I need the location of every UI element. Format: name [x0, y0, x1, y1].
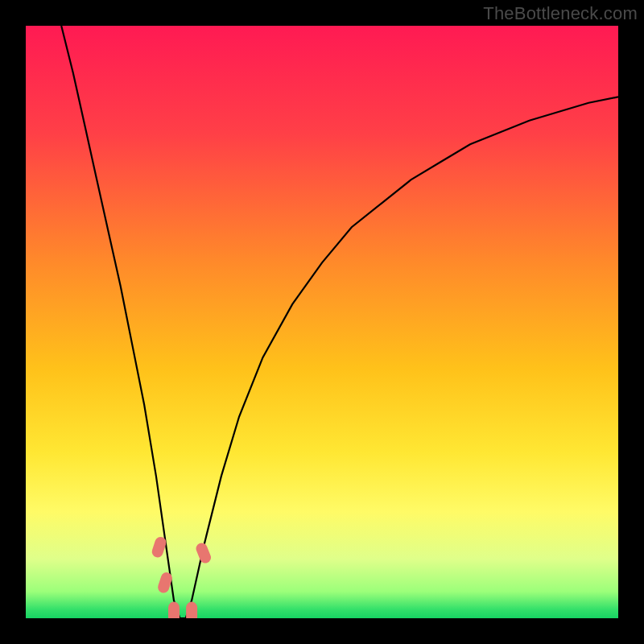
marker-trough-right — [186, 602, 197, 618]
watermark-text: TheBottleneck.com — [483, 3, 638, 24]
marker-trough-left — [168, 602, 180, 618]
plot-area — [26, 26, 618, 618]
chart-svg — [26, 26, 618, 618]
chart-frame: TheBottleneck.com — [0, 0, 644, 644]
gradient-background — [26, 26, 618, 618]
